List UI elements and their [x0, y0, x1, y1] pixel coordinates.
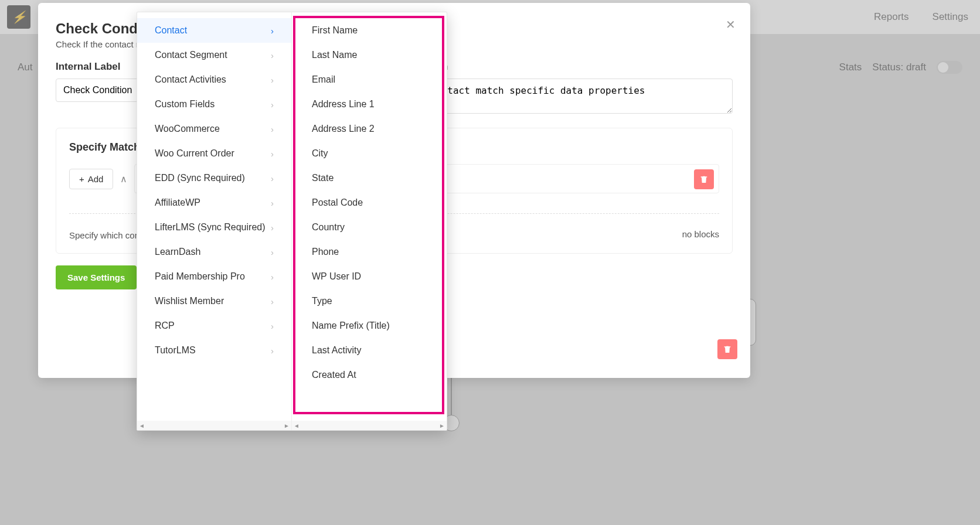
- dropdown-category-item[interactable]: LifterLMS (Sync Required)›: [137, 215, 291, 240]
- trash-icon: [723, 345, 732, 354]
- description-input[interactable]: [406, 79, 733, 114]
- condition-dropdown: Contact›Contact Segment›Contact Activiti…: [137, 12, 447, 431]
- dropdown-field-item[interactable]: Last Name: [292, 43, 447, 67]
- dropdown-category-item[interactable]: TutorLMS›: [137, 338, 291, 363]
- dropdown-field-item[interactable]: Address Line 1: [292, 92, 447, 117]
- chevron-right-icon: ›: [271, 173, 274, 183]
- dropdown-field-item[interactable]: Name Prefix (Title): [292, 313, 447, 338]
- dropdown-field-item[interactable]: WP User ID: [292, 264, 447, 289]
- dropdown-category-label: LifterLMS (Sync Required): [155, 222, 266, 233]
- no-blocks-text: no blocks: [682, 229, 719, 239]
- dropdown-field-item[interactable]: Address Line 2: [292, 117, 447, 141]
- delete-condition-button[interactable]: [694, 169, 714, 189]
- dropdown-category-item[interactable]: LearnDash›: [137, 240, 291, 264]
- close-button[interactable]: ✕: [723, 18, 737, 32]
- chevron-right-icon: ›: [271, 100, 274, 110]
- chevron-right-icon: ›: [271, 75, 274, 85]
- dropdown-field-item[interactable]: Phone: [292, 240, 447, 264]
- delete-block-button[interactable]: [717, 339, 737, 359]
- trash-icon: [699, 175, 709, 184]
- scroll-left-icon: ◄: [292, 422, 301, 429]
- horizontal-scrollbar-right[interactable]: ◄ ►: [292, 421, 447, 430]
- add-caret: ∧: [120, 173, 127, 185]
- dropdown-category-label: Custom Fields: [155, 99, 215, 110]
- chevron-right-icon: ›: [271, 223, 274, 233]
- chevron-right-icon: ›: [271, 26, 274, 36]
- chevron-right-icon: ›: [271, 198, 274, 208]
- dropdown-field-item[interactable]: Type: [292, 289, 447, 313]
- dropdown-field-item[interactable]: Email: [292, 67, 447, 92]
- dropdown-category-label: Contact Activities: [155, 74, 226, 85]
- dropdown-category-label: Contact Segment: [155, 50, 227, 60]
- dropdown-field-item[interactable]: City: [292, 141, 447, 166]
- scroll-right-icon: ►: [282, 422, 291, 429]
- plus-icon: +: [79, 174, 84, 184]
- dropdown-field-item[interactable]: State: [292, 166, 447, 190]
- chevron-right-icon: ›: [271, 296, 274, 306]
- dropdown-category-item[interactable]: Contact Segment›: [137, 43, 291, 67]
- specify-text: Specify which con: [69, 228, 139, 240]
- chevron-right-icon: ›: [271, 346, 274, 356]
- add-label: Add: [88, 174, 104, 184]
- scroll-right-icon: ►: [437, 422, 447, 429]
- dropdown-field-item[interactable]: First Name: [292, 18, 447, 43]
- horizontal-scrollbar-left[interactable]: ◄ ►: [137, 421, 291, 430]
- dropdown-category-label: Paid Membership Pro: [155, 271, 245, 282]
- chevron-right-icon: ›: [271, 321, 274, 331]
- dropdown-category-item[interactable]: Contact Activities›: [137, 67, 291, 92]
- dropdown-field-item[interactable]: Postal Code: [292, 190, 447, 215]
- description-heading: scription: [406, 61, 733, 73]
- dropdown-fields-column: First NameLast NameEmailAddress Line 1Ad…: [292, 12, 447, 430]
- chevron-right-icon: ›: [271, 149, 274, 159]
- dropdown-category-item[interactable]: Contact›: [137, 18, 291, 43]
- dropdown-category-label: AffiliateWP: [155, 197, 200, 208]
- chevron-right-icon: ›: [271, 50, 274, 60]
- chevron-right-icon: ›: [271, 247, 274, 257]
- dropdown-category-label: Woo Current Order: [155, 148, 234, 159]
- dropdown-category-item[interactable]: Paid Membership Pro›: [137, 264, 291, 289]
- chevron-right-icon: ›: [271, 272, 274, 282]
- dropdown-category-item[interactable]: Woo Current Order›: [137, 141, 291, 166]
- scroll-left-icon: ◄: [137, 422, 147, 429]
- dropdown-category-item[interactable]: Wishlist Member›: [137, 289, 291, 313]
- dropdown-category-item[interactable]: EDD (Sync Required)›: [137, 166, 291, 190]
- save-settings-button[interactable]: Save Settings: [56, 265, 137, 289]
- dropdown-field-item[interactable]: Created At: [292, 363, 447, 387]
- dropdown-categories-column: Contact›Contact Segment›Contact Activiti…: [137, 12, 292, 430]
- dropdown-field-item[interactable]: Last Activity: [292, 338, 447, 363]
- dropdown-category-label: EDD (Sync Required): [155, 173, 245, 183]
- dropdown-category-item[interactable]: AffiliateWP›: [137, 190, 291, 215]
- dropdown-category-item[interactable]: RCP›: [137, 313, 291, 338]
- dropdown-category-item[interactable]: Custom Fields›: [137, 92, 291, 117]
- dropdown-category-label: Wishlist Member: [155, 296, 224, 306]
- dropdown-category-item[interactable]: WooCommerce›: [137, 117, 291, 141]
- dropdown-category-label: LearnDash: [155, 247, 200, 257]
- dropdown-category-label: Contact: [155, 25, 187, 36]
- add-condition-button[interactable]: + Add: [69, 169, 113, 189]
- dropdown-category-label: RCP: [155, 321, 175, 331]
- dropdown-category-label: WooCommerce: [155, 124, 220, 134]
- dropdown-category-label: TutorLMS: [155, 345, 196, 356]
- close-icon: ✕: [726, 18, 736, 32]
- dropdown-field-item[interactable]: Country: [292, 215, 447, 240]
- chevron-right-icon: ›: [271, 124, 274, 134]
